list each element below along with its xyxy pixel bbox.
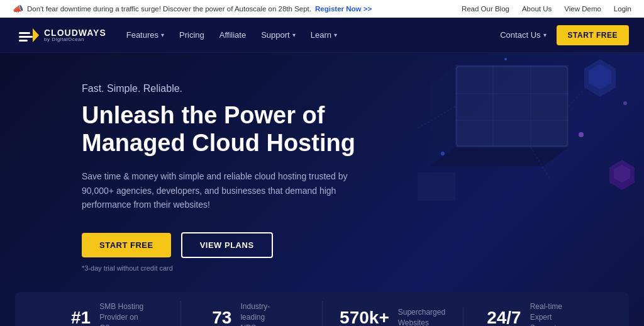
hero-buttons: START FREE VIEW PLANS — [82, 232, 355, 258]
stat-desc-4: Real-timeExpert Support — [530, 301, 580, 326]
svg-rect-1 — [19, 32, 30, 34]
navbar: CLOUDWAYS by DigitalOcean Features ▾ Pri… — [0, 18, 644, 53]
nav-pricing[interactable]: Pricing — [179, 30, 204, 40]
stat-desc-3: SuperchargedWebsites — [398, 307, 445, 326]
nav-links: Features ▾ Pricing Affiliate Support ▾ L… — [126, 30, 337, 40]
navbar-right: Contact Us ▾ START FREE — [500, 25, 629, 45]
nav-support[interactable]: Support ▾ — [261, 30, 296, 40]
hero-description: Save time & money with simple and reliab… — [82, 169, 352, 211]
logo[interactable]: CLOUDWAYS by DigitalOcean — [15, 23, 106, 47]
support-chevron-icon: ▾ — [292, 31, 296, 38]
features-chevron-icon: ▾ — [161, 31, 164, 38]
announcement-icon: 📣 — [13, 4, 23, 14]
hero-subtitle: Fast. Simple. Reliable. — [82, 83, 355, 94]
stat-number-2: 73 — [212, 308, 231, 326]
about-us-link[interactable]: About Us — [522, 5, 552, 13]
contact-us-label: Contact Us — [500, 30, 540, 40]
logo-text: CLOUDWAYS by DigitalOcean — [44, 28, 106, 42]
hero-content: Fast. Simple. Reliable. Unleash the Powe… — [0, 53, 644, 292]
announcement-right: Read Our Blog About Us View Demo Login — [462, 5, 631, 13]
contact-us-nav[interactable]: Contact Us ▾ — [500, 30, 546, 40]
login-link[interactable]: Login — [614, 5, 631, 13]
stat-desc-2: Industry-leadingNPS — [240, 301, 291, 326]
start-free-nav-button[interactable]: START FREE — [557, 25, 629, 45]
stat-number-1: #1 — [71, 308, 91, 326]
register-now-link[interactable]: Register Now >> — [315, 5, 372, 13]
hero-text: Fast. Simple. Reliable. Unleash the Powe… — [82, 83, 355, 272]
logo-sub: by DigitalOcean — [44, 37, 106, 42]
svg-rect-2 — [19, 36, 33, 38]
stat-smb: #1 SMB HostingProvider on G2 — [40, 301, 181, 326]
stat-websites: 570k+ SuperchargedWebsites — [323, 307, 464, 326]
stats-bar: #1 SMB HostingProvider on G2 73 Industry… — [15, 292, 629, 326]
read-blog-link[interactable]: Read Our Blog — [462, 5, 509, 13]
nav-affiliate[interactable]: Affiliate — [219, 30, 246, 40]
contact-chevron-icon: ▾ — [543, 31, 547, 38]
logo-name: CLOUDWAYS — [44, 28, 106, 37]
nav-features[interactable]: Features ▾ — [126, 30, 164, 40]
nav-learn[interactable]: Learn ▾ — [311, 30, 337, 40]
start-free-hero-button[interactable]: START FREE — [82, 233, 171, 257]
announcement-left: 📣 Don't fear downtime during a traffic s… — [13, 4, 372, 14]
navbar-left: CLOUDWAYS by DigitalOcean Features ▾ Pri… — [15, 23, 337, 47]
stat-number-3: 570k+ — [340, 308, 389, 326]
hero-graphic — [415, 70, 629, 234]
hero-title: Unleash the Power ofManaged Cloud Hostin… — [82, 102, 355, 157]
logo-icon — [15, 23, 39, 47]
stat-nps: 73 Industry-leadingNPS — [181, 301, 322, 326]
view-demo-link[interactable]: View Demo — [564, 5, 601, 13]
trial-note: *3-day trial without credit card — [82, 264, 355, 272]
learn-chevron-icon: ▾ — [334, 31, 337, 38]
stat-number-4: 24/7 — [487, 308, 521, 326]
stat-support: 24/7 Real-timeExpert Support — [464, 301, 604, 326]
hero-section: Fast. Simple. Reliable. Unleash the Powe… — [0, 53, 644, 326]
stat-desc-1: SMB HostingProvider on G2 — [99, 301, 150, 326]
svg-rect-3 — [19, 40, 28, 42]
announcement-text: Don't fear downtime during a traffic sur… — [27, 5, 311, 13]
view-plans-button[interactable]: VIEW PLANS — [181, 232, 273, 258]
announcement-bar: 📣 Don't fear downtime during a traffic s… — [0, 0, 644, 18]
